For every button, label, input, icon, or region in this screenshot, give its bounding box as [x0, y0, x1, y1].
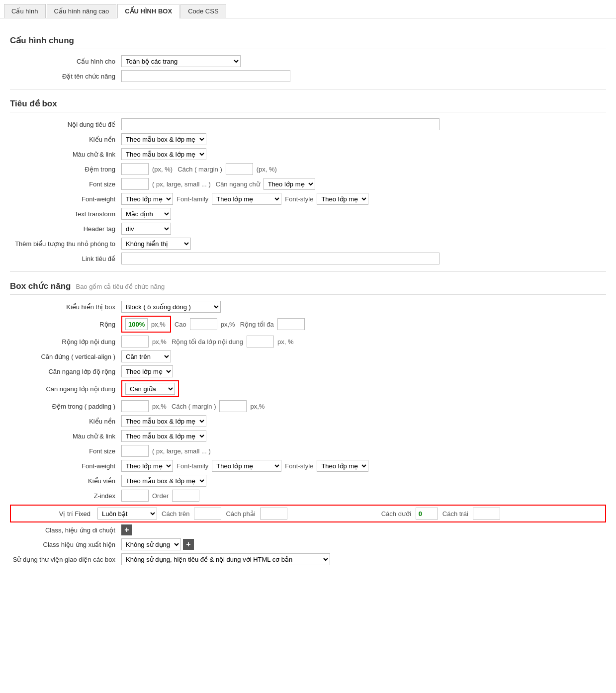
label-kieu-nen-tieu-de: Kiểu nền: [10, 136, 119, 143]
label-font-weight-tieu-de: Font-weight: [10, 195, 119, 203]
label-rong-toi-da: Rộng tối đa: [240, 321, 274, 328]
section-box-chuc-nang-subtitle: Bao gồm cả tiêu đề chức năng: [76, 283, 165, 290]
input-font-size-box[interactable]: [121, 445, 149, 457]
label-header-tag: Header tag: [10, 225, 119, 233]
section-cau-hinh-chung: Cấu hình chung: [10, 35, 606, 49]
select-font-weight-tieu-de[interactable]: Theo lớp mẹ: [121, 193, 173, 205]
tab-code-css[interactable]: Code CSS: [180, 4, 226, 18]
select-header-tag[interactable]: div: [121, 223, 171, 235]
label-font-style-box: Font-style: [285, 462, 313, 470]
input-dem-trong-box[interactable]: [121, 400, 149, 412]
select-kieu-nen-tieu-de[interactable]: Theo mẫu box & lớp mẹ: [121, 133, 206, 145]
select-kieu-vien[interactable]: Theo mẫu box & lớp mẹ: [121, 475, 206, 487]
label-font-family: Font-family: [176, 195, 208, 203]
select-font-family-tieu-de[interactable]: Theo lớp mẹ: [212, 193, 281, 205]
row-can-ngang-lop-do-rong: Căn ngang lớp độ rộng Theo lớp mẹ: [10, 365, 606, 377]
row-mau-chu-link-tieu-de: Màu chữ & link Theo mẫu box & lớp mẹ: [10, 148, 606, 160]
input-cao[interactable]: [190, 318, 217, 330]
label-font-size-box: Font size: [10, 447, 119, 455]
input-cach-duoi[interactable]: [416, 508, 438, 520]
input-rong-toi-da[interactable]: [277, 318, 305, 330]
label-link-tieu-de: Link tiêu đề: [10, 255, 119, 262]
select-them-bieu-tuong[interactable]: Không hiển thị: [121, 238, 191, 250]
row-su-dung-thu-vien: Sử dụng thư viện giao diện các box Không…: [10, 553, 606, 565]
tab-bar: Cấu hình Cấu hình nâng cao CẤU HÌNH BOX …: [0, 0, 616, 18]
btn-add-class-di-chuot[interactable]: +: [121, 524, 132, 535]
input-order[interactable]: [172, 490, 199, 502]
label-dem-trong-tieu-de: Đệm trong: [10, 166, 119, 173]
btn-add-class-xuat-hien[interactable]: +: [183, 539, 194, 550]
input-rong-lop-noi-dung[interactable]: [121, 336, 149, 347]
label-font-style: Font-style: [285, 195, 313, 203]
select-font-weight-box[interactable]: Theo lớp mẹ: [121, 460, 173, 472]
label-text-transform: Text transform: [10, 210, 119, 218]
select-vi-tri-fixed[interactable]: Luôn bật: [97, 508, 157, 520]
row-can-dung: Căn đứng ( vertical-align ) Căn trên: [10, 350, 606, 362]
label-can-ngang-chu: Căn ngang chữ: [216, 180, 260, 188]
select-class-hieu-ung-xuat-hien[interactable]: Không sử dụng: [121, 538, 181, 550]
select-can-ngang-lop-noi-dung[interactable]: Căn giữa: [125, 383, 175, 395]
select-text-transform[interactable]: Mặc định: [121, 208, 171, 220]
select-cau-hinh-cho[interactable]: Toàn bộ các trang: [121, 55, 241, 67]
label-cach-margin: Cách ( margin ): [177, 166, 222, 173]
select-can-ngang-lop-do-rong[interactable]: Theo lớp mẹ: [121, 365, 173, 377]
input-rong-toi-da-lop[interactable]: [247, 336, 274, 347]
row-noi-dung-tieu-de: Nội dung tiêu đề: [10, 118, 606, 130]
row-dem-trong-box: Đệm trong ( padding ) px,% Cách ( margin…: [10, 400, 606, 412]
row-rong-lop-noi-dung: Rộng lớp nội dung px,% Rộng tối đa lớp n…: [10, 336, 606, 347]
input-noi-dung-tieu-de[interactable]: [121, 118, 440, 130]
tab-cau-hinh[interactable]: Cấu hình: [4, 4, 46, 18]
select-font-family-box[interactable]: Theo lớp mẹ: [212, 460, 281, 472]
row-link-tieu-de: Link tiêu đề: [10, 253, 606, 264]
row-class-hieu-ung-xuat-hien: Class hiệu ứng xuất hiện Không sử dụng +: [10, 538, 606, 550]
label-font-weight-box: Font-weight: [10, 462, 119, 470]
input-cach-trai[interactable]: [473, 508, 500, 520]
select-kieu-hien-thi-box[interactable]: Block ( ô xuống dòng ): [121, 301, 221, 313]
select-can-ngang-chu[interactable]: Theo lớp mẹ: [264, 178, 315, 190]
label-mau-chu-link-box: Màu chữ & link: [10, 433, 119, 440]
input-cach-tren[interactable]: [194, 508, 221, 520]
highlight-rong: px,%: [121, 316, 171, 333]
select-kieu-nen-box[interactable]: Theo mẫu box & lớp mẹ: [121, 415, 206, 427]
select-font-style-box[interactable]: Theo lớp mẹ: [317, 460, 368, 472]
row-text-transform: Text transform Mặc định: [10, 208, 606, 220]
input-dem-trong-tieu-de[interactable]: [121, 163, 149, 175]
select-mau-chu-link-tieu-de[interactable]: Theo mẫu box & lớp mẹ: [121, 148, 206, 160]
label-kieu-vien: Kiểu viền: [10, 477, 119, 485]
label-can-ngang-lop-noi-dung: Căn ngang lớp nội dung: [10, 385, 119, 393]
row-font-weight-tieu-de: Font-weight Theo lớp mẹ Font-family Theo…: [10, 193, 606, 205]
select-mau-chu-link-box[interactable]: Theo mẫu box & lớp mẹ: [121, 430, 206, 442]
select-can-dung[interactable]: Căn trên: [121, 350, 171, 362]
label-can-dung: Căn đứng ( vertical-align ): [10, 353, 119, 360]
input-cach-margin-box[interactable]: [219, 400, 247, 412]
label-cao: Cao: [175, 321, 186, 328]
label-cau-hinh-cho: Cấu hình cho: [10, 58, 119, 65]
row-cau-hinh-cho: Cấu hình cho Toàn bộ các trang: [10, 55, 606, 67]
input-link-tieu-de[interactable]: [121, 253, 440, 264]
label-rong-toi-da-lop: Rộng tối đa lớp nội dung: [172, 338, 243, 346]
section-tieu-de-box: Tiêu đề box: [10, 98, 606, 112]
unit-rong-lop-noi-dung: px,%: [152, 338, 167, 346]
row-dat-ten-chuc-nang: Đặt tên chức năng: [10, 70, 606, 82]
select-su-dung-thu-vien[interactable]: Không sử dụng, hiện tiêu đề & nội dung v…: [121, 553, 330, 565]
row-mau-chu-link-box: Màu chữ & link Theo mẫu box & lớp mẹ: [10, 430, 606, 442]
input-font-size-tieu-de[interactable]: [121, 178, 149, 190]
label-cach-margin-box: Cách ( margin ): [172, 403, 216, 410]
input-z-index[interactable]: [121, 490, 149, 502]
input-cach-phai[interactable]: [260, 508, 287, 520]
label-can-ngang-lop-do-rong: Căn ngang lớp độ rộng: [10, 368, 119, 375]
label-dat-ten-chuc-nang: Đặt tên chức năng: [10, 73, 119, 80]
tab-cau-hinh-nang-cao[interactable]: Cấu hình nâng cao: [47, 4, 117, 18]
select-font-style-tieu-de[interactable]: Theo lớp mẹ: [317, 193, 368, 205]
tab-cau-hinh-box[interactable]: CẤU HÌNH BOX: [117, 4, 179, 18]
row-rong: Rộng px,% Cao px,% Rộng tối đa: [10, 316, 606, 333]
input-rong[interactable]: [125, 318, 148, 330]
label-noi-dung-tieu-de: Nội dung tiêu đề: [10, 121, 119, 128]
label-font-size-tieu-de: Font size: [10, 180, 119, 188]
input-cach-margin[interactable]: [226, 163, 253, 175]
label-vi-tri-fixed: Vị trí Fixed: [15, 510, 94, 518]
input-dat-ten-chuc-nang[interactable]: [121, 70, 290, 82]
label-dem-trong-box: Đệm trong ( padding ): [10, 403, 119, 410]
row-z-index: Z-index Order: [10, 490, 606, 502]
row-dem-trong-tieu-de: Đệm trong (px, %) Cách ( margin ) (px, %…: [10, 163, 606, 175]
